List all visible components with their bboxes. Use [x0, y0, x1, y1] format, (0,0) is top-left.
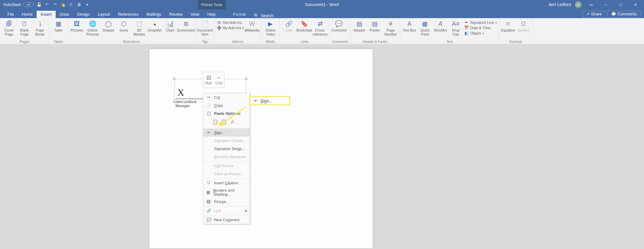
tab-review[interactable]: Review [165, 11, 186, 18]
date-time-icon: 📅 [464, 26, 469, 30]
shapes-button[interactable]: ◯Shapes [101, 19, 115, 32]
page-break-button[interactable]: ⤵Page Break [33, 19, 47, 36]
quick-parts-button[interactable]: ▦Quick Parts [418, 19, 432, 36]
store-icon: 🛍 [217, 20, 221, 25]
redo-icon[interactable]: ↷ [52, 2, 58, 7]
ctx-insert-caption[interactable]: 🗨Insert Caption... [203, 179, 250, 187]
autosave-toggle[interactable]: AutoSave Off [3, 2, 34, 7]
table-icon: ▦ [54, 20, 63, 28]
tab-insert[interactable]: Insert [37, 11, 56, 18]
header-button[interactable]: ▤Header [353, 19, 367, 32]
3d-models-icon: ⬚ [135, 20, 144, 28]
save-icon[interactable]: 💾 [36, 2, 42, 7]
wikipedia-button[interactable]: WWikipedia [245, 19, 259, 32]
comment-button[interactable]: 💬Comment [332, 19, 346, 32]
tab-references[interactable]: References [114, 11, 142, 18]
ctx-signature-setup[interactable]: Signature Setup... [203, 145, 250, 153]
new-doc-icon[interactable]: 🗋 [68, 2, 74, 7]
contextual-tab-picture-tools: Picture Tools [198, 0, 226, 9]
date-time-button[interactable]: 📅Date & Time [464, 26, 497, 30]
page-number-button[interactable]: #Page Number [383, 19, 398, 36]
group-hf-label: Header & Footer [353, 40, 398, 44]
symbol-icon: Ω [519, 20, 528, 28]
mini-style-button[interactable]: 🖼Style [203, 72, 214, 88]
group-tap-label: Tap [198, 40, 212, 44]
tab-home[interactable]: Home [18, 11, 37, 18]
ctx-borders-shading[interactable]: ▩Borders and Shading... [203, 187, 250, 198]
paste-keep-source-icon[interactable]: 📋 [211, 118, 219, 126]
mini-crop-button[interactable]: ✂Crop [214, 72, 224, 88]
undo-icon[interactable]: ↶ [44, 2, 50, 7]
group-illustrations-label: Illustrations [70, 40, 193, 44]
drop-cap-button[interactable]: A≡Drop Cap [449, 19, 463, 36]
minimize-icon[interactable]: ─ [600, 1, 611, 8]
print-icon[interactable]: 🖶 [76, 2, 82, 7]
footer-button[interactable]: ▤Footer [368, 19, 382, 32]
my-addins-icon: ➕ [217, 26, 221, 30]
comments-button[interactable]: 💬Comments [607, 11, 641, 17]
tab-format[interactable]: Format [229, 11, 250, 18]
smartart-button[interactable]: ⬥SmartArt [148, 19, 162, 32]
tab-file[interactable]: File [3, 11, 18, 18]
group-addins-label: Add-ins [217, 40, 259, 44]
3d-models-button[interactable]: ⬚3D Models [132, 19, 146, 36]
tab-help[interactable]: Help [203, 11, 220, 18]
ctx-picture[interactable]: 🖼Picture... [203, 198, 250, 206]
mini-toolbar: 🖼Style ✂Crop [203, 72, 224, 88]
equation-icon: π [503, 20, 513, 28]
object-button[interactable]: ◧Object▾ [464, 31, 497, 36]
online-video-button[interactable]: ▶Online Video [263, 19, 277, 36]
text-box-button[interactable]: AText Box [402, 19, 417, 32]
get-addins-button[interactable]: 🛍Get Add-ins [217, 20, 244, 25]
document-item-button[interactable]: 📄Document Item [198, 19, 212, 36]
pictures-button[interactable]: 🖼Pictures [70, 19, 84, 32]
wordart-button[interactable]: AWordArt [433, 19, 447, 32]
blank-page-button[interactable]: 🗋Blank Page [17, 19, 32, 36]
page-number-icon: # [386, 20, 395, 28]
maximize-icon[interactable]: ▢ [615, 1, 626, 8]
collapse-ribbon-icon[interactable]: ˇ [642, 40, 643, 43]
cross-reference-button[interactable]: ⇄Cross-reference [313, 19, 327, 36]
ribbon-display-icon[interactable]: ▭ [586, 1, 596, 8]
document-page[interactable]: X Jerri Ledford Manager 🖼Style ✂Crop ✂Cu… [149, 49, 373, 248]
icons-button[interactable]: ⬡Icons [117, 19, 131, 32]
customize-qat-icon[interactable]: ▾ [85, 2, 90, 7]
link-button[interactable]: 🔗Link [282, 19, 296, 32]
user-avatar[interactable]: JL [575, 1, 582, 8]
share-button[interactable]: ↗Share [583, 11, 605, 17]
screenshot-button[interactable]: ⧉Screenshot [178, 19, 193, 32]
tab-design[interactable]: Design [73, 11, 94, 18]
search-box[interactable]: 🔍 Search [250, 13, 278, 18]
tab-mailings[interactable]: Mailings [143, 11, 165, 18]
ctx-sign[interactable]: ✒Sign... [203, 129, 250, 137]
text-box-icon: A [405, 20, 414, 28]
chart-icon: 📊 [165, 20, 175, 28]
ctx-cut[interactable]: ✂Cut [203, 93, 250, 101]
autosave-state: Off [23, 2, 34, 7]
callout-sign-label: Sign... [260, 98, 273, 103]
online-pictures-button[interactable]: 🌐Online Pictures [85, 19, 100, 36]
cross-reference-icon: ⇄ [315, 20, 325, 28]
symbol-button[interactable]: ΩSymbol [517, 19, 531, 32]
sign-icon: ✒ [206, 130, 211, 135]
paste-text-icon[interactable]: A [229, 118, 236, 126]
my-addins-button[interactable]: ➕My Add-ins▾ [217, 26, 244, 30]
table-button[interactable]: ▦Table [51, 19, 65, 32]
document-item-icon: 📄 [200, 20, 210, 28]
ctx-new-comment[interactable]: 💬New Comment [203, 216, 250, 224]
chart-button[interactable]: 📊Chart [163, 19, 177, 32]
submenu-arrow-icon: ▶ [245, 209, 248, 212]
bookmark-button[interactable]: 🔖Bookmark [297, 19, 311, 32]
cover-page-button[interactable]: 🗐Cover Page [2, 19, 16, 36]
close-icon[interactable]: ✕ [630, 1, 641, 8]
equation-button[interactable]: πEquation [501, 19, 515, 32]
header-icon: ▤ [355, 20, 364, 28]
tab-draw[interactable]: Draw [56, 11, 73, 18]
tab-layout[interactable]: Layout [94, 11, 114, 18]
search-icon: 🔍 [254, 13, 259, 18]
touch-mode-icon[interactable]: 👆 [60, 2, 66, 7]
user-name[interactable]: Jerri Ledford [548, 2, 571, 7]
crop-icon: ✂ [217, 75, 221, 81]
tab-view[interactable]: View [186, 11, 203, 18]
signature-line-button[interactable]: ✒Signature Line▾ [464, 20, 497, 25]
